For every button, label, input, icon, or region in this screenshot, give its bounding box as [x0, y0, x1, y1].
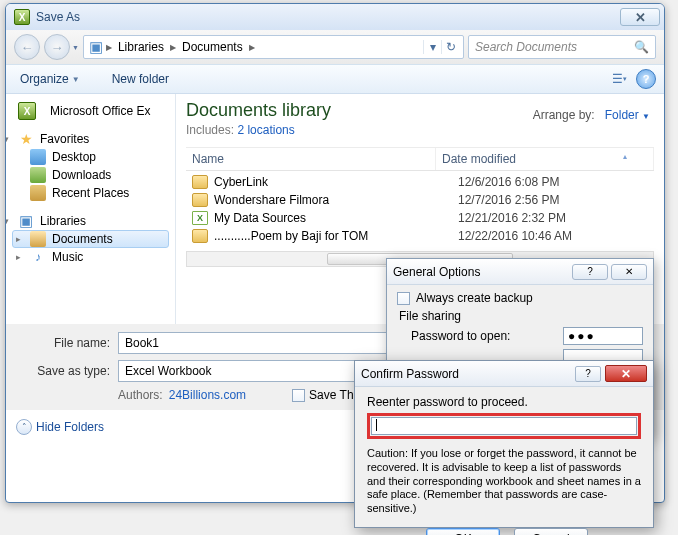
window-title: Save As	[36, 10, 617, 24]
general-options-title: General Options	[393, 265, 569, 279]
help-button[interactable]: ?	[636, 69, 656, 89]
breadcrumb-dropdown[interactable]: ▾	[423, 40, 441, 54]
nav-back-button[interactable]: ←	[14, 34, 40, 60]
chevron-right-icon: ▸	[16, 234, 21, 244]
sort-indicator-icon: ▴	[623, 152, 627, 166]
new-folder-button[interactable]: New folder	[106, 69, 175, 89]
hide-folders-button[interactable]: ˄ Hide Folders	[16, 419, 104, 435]
tree-ms-office[interactable]: X Microsoft Office Ex	[12, 102, 169, 120]
excel-file-icon: X	[192, 211, 208, 225]
arrow-right-icon: →	[51, 40, 64, 55]
chevron-down-icon: ▾	[6, 134, 9, 144]
desktop-icon	[30, 149, 46, 165]
file-date: 12/6/2016 6:08 PM	[458, 175, 559, 189]
column-date[interactable]: Date modified▴	[436, 148, 654, 170]
tree-libraries[interactable]: ▾ ▣ Libraries	[12, 212, 169, 230]
tree-documents[interactable]: ▸ Documents	[12, 230, 169, 248]
chevron-right-icon: ▸	[16, 252, 21, 262]
chevron-right-icon: ▶	[168, 43, 178, 52]
nav-tree: X Microsoft Office Ex ▾ ★ Favorites Desk…	[6, 94, 176, 324]
highlight-annotation	[367, 413, 641, 439]
search-placeholder: Search Documents	[475, 40, 577, 54]
checkbox-icon	[397, 292, 410, 305]
star-icon: ★	[18, 131, 34, 147]
downloads-icon	[30, 167, 46, 183]
arrange-by-dropdown[interactable]: Folder ▼	[605, 108, 650, 122]
search-input[interactable]: Search Documents 🔍	[468, 35, 656, 59]
includes-line: Includes: 2 locations	[186, 123, 654, 137]
breadcrumb[interactable]: ▣ ▶ Libraries ▶ Documents ▶ ▾↻	[83, 35, 464, 59]
general-options-titlebar: General Options ? ✕	[387, 259, 653, 285]
titlebar: X Save As ✕	[6, 4, 664, 30]
file-date: 12/7/2016 2:56 PM	[458, 193, 559, 207]
tree-desktop[interactable]: Desktop	[12, 148, 169, 166]
close-button[interactable]: ✕	[605, 365, 647, 382]
library-icon: ▣	[88, 39, 104, 55]
music-icon: ♪	[30, 249, 46, 265]
excel-icon: X	[18, 102, 36, 120]
confirm-password-titlebar: Confirm Password ? ✕	[355, 361, 653, 387]
close-icon: ✕	[621, 367, 631, 381]
nav-bar: ← → ▼ ▣ ▶ Libraries ▶ Documents ▶ ▾↻ Sea…	[6, 30, 664, 64]
password-to-open-label: Password to open:	[411, 329, 563, 343]
nav-history-dropdown[interactable]: ▼	[72, 44, 79, 51]
tree-downloads[interactable]: Downloads	[12, 166, 169, 184]
help-button[interactable]: ?	[575, 366, 601, 382]
excel-app-icon: X	[14, 9, 30, 25]
reenter-password-input[interactable]	[371, 417, 637, 435]
column-headers: Name Date modified▴	[186, 147, 654, 171]
toolbar: Organize▼ New folder ☰▾ ?	[6, 64, 664, 94]
breadcrumb-segment[interactable]: Libraries	[114, 40, 168, 54]
file-name: My Data Sources	[214, 211, 458, 225]
tree-favorites[interactable]: ▾ ★ Favorites	[12, 130, 169, 148]
file-date: 12/22/2016 10:46 AM	[458, 229, 572, 243]
tree-music[interactable]: ▸ ♪Music	[12, 248, 169, 266]
help-button[interactable]: ?	[572, 264, 608, 280]
breadcrumb-refresh[interactable]: ↻	[441, 40, 459, 54]
documents-icon	[30, 231, 46, 247]
close-button[interactable]: ✕	[611, 264, 647, 280]
close-icon: ✕	[635, 10, 646, 25]
list-item[interactable]: XMy Data Sources12/21/2016 2:32 PM	[186, 209, 654, 227]
file-date: 12/21/2016 2:32 PM	[458, 211, 566, 225]
includes-link[interactable]: 2 locations	[237, 123, 294, 137]
column-name[interactable]: Name	[186, 148, 436, 170]
tree-recent[interactable]: Recent Places	[12, 184, 169, 202]
file-name: CyberLink	[214, 175, 458, 189]
nav-forward-button[interactable]: →	[44, 34, 70, 60]
filename-label: File name:	[12, 336, 118, 350]
password-caution-text: Caution: If you lose or forget the passw…	[367, 447, 641, 516]
arrange-by: Arrange by: Folder ▼	[533, 108, 650, 122]
list-item[interactable]: Wondershare Filmora12/7/2016 2:56 PM	[186, 191, 654, 209]
always-create-backup-checkbox[interactable]: Always create backup	[397, 291, 643, 305]
saveastype-label: Save as type:	[12, 364, 118, 378]
confirm-password-title: Confirm Password	[361, 367, 572, 381]
folder-icon	[192, 175, 208, 189]
file-list: CyberLink12/6/2016 6:08 PMWondershare Fi…	[186, 173, 654, 245]
search-icon: 🔍	[634, 40, 649, 54]
list-item[interactable]: CyberLink12/6/2016 6:08 PM	[186, 173, 654, 191]
ok-button[interactable]: OK	[426, 528, 500, 535]
password-to-open-input[interactable]: ●●●	[563, 327, 643, 345]
checkbox-icon	[292, 389, 305, 402]
view-options-button[interactable]: ☰▾	[608, 69, 630, 89]
folder-icon	[192, 229, 208, 243]
chevron-down-icon: ▾	[6, 216, 9, 226]
authors-label: Authors:	[118, 388, 163, 402]
cancel-button[interactable]: Cancel	[514, 528, 588, 535]
file-name: Wondershare Filmora	[214, 193, 458, 207]
organize-button[interactable]: Organize▼	[14, 69, 86, 89]
reenter-password-label: Reenter password to proceed.	[367, 395, 641, 409]
chevron-right-icon: ▶	[247, 43, 257, 52]
arrow-left-icon: ←	[21, 40, 34, 55]
window-close-button[interactable]: ✕	[620, 8, 660, 26]
chevron-right-icon: ▶	[104, 43, 114, 52]
recent-icon	[30, 185, 46, 201]
authors-link[interactable]: 24Billions.com	[169, 388, 246, 402]
chevron-down-icon: ▼	[72, 75, 80, 84]
file-sharing-label: File sharing	[399, 309, 643, 323]
list-item[interactable]: ...........Poem by Baji for TOM12/22/201…	[186, 227, 654, 245]
folder-icon	[192, 193, 208, 207]
library-icon: ▣	[18, 213, 34, 229]
breadcrumb-segment[interactable]: Documents	[178, 40, 247, 54]
